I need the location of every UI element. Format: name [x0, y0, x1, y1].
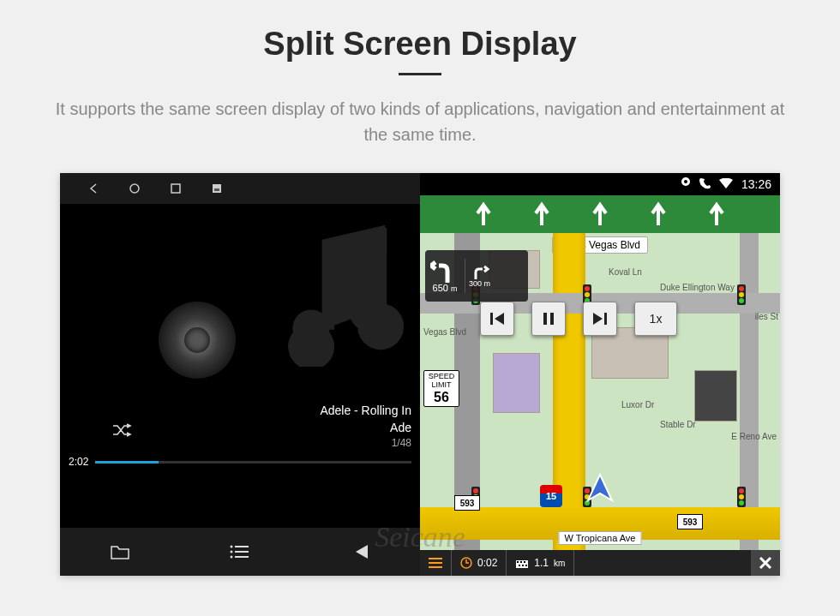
svg-rect-29: [525, 565, 527, 566]
clock-time: 13:26: [741, 177, 771, 191]
svg-rect-17: [550, 313, 554, 325]
close-button[interactable]: [751, 550, 780, 576]
street-label: Koval Ln: [609, 267, 642, 277]
turn-instruction: 650 m 300 m: [425, 250, 528, 302]
track-title: Adele - Rolling In: [320, 403, 411, 420]
screenshot-icon[interactable]: [209, 181, 225, 196]
sim-prev-button[interactable]: [480, 302, 514, 336]
svg-point-12: [231, 551, 233, 553]
wifi-icon: [719, 177, 733, 191]
previous-track-icon[interactable]: [348, 540, 372, 564]
track-artist: Ade: [320, 420, 411, 437]
turn-main-distance: 650: [433, 283, 448, 293]
album-disc: [159, 302, 236, 379]
lane-arrow-icon: [476, 200, 491, 229]
street-label: Vegas Blvd: [423, 327, 466, 337]
lane-arrow-icon: [592, 200, 608, 229]
svg-rect-24: [517, 561, 519, 563]
eta-dist-unit: km: [554, 559, 565, 568]
bottom-road-label: W Tropicana Ave: [559, 531, 642, 545]
svg-rect-16: [543, 313, 547, 325]
sim-playback-controls: 1x: [480, 302, 763, 336]
phone-icon: [699, 177, 711, 192]
speed-limit-sign: SPEED LIMIT 56: [423, 370, 459, 407]
android-nav-bar: [60, 173, 420, 204]
music-toolbar: [60, 528, 420, 576]
svg-rect-26: [524, 561, 525, 563]
svg-rect-25: [520, 561, 522, 563]
status-bar: 13:26: [420, 173, 780, 195]
street-label: Duke Ellington Way: [660, 283, 735, 292]
eta-time-value: 0:02: [477, 557, 497, 569]
sim-pause-button[interactable]: [531, 302, 566, 336]
playlist-icon[interactable]: [228, 540, 252, 564]
route-shield: 593: [454, 495, 480, 511]
page-title: Split Screen Display: [0, 26, 840, 63]
svg-rect-1: [171, 184, 180, 193]
turn-next-distance: 300: [469, 279, 482, 288]
home-icon[interactable]: [127, 181, 142, 196]
nav-bottom-bar: 0:02 1.1 km: [420, 550, 780, 576]
title-divider: [399, 73, 441, 75]
lane-arrow-icon: [534, 200, 549, 229]
track-info: Adele - Rolling In Ade 1/48: [320, 403, 411, 451]
folder-icon[interactable]: [108, 540, 132, 564]
album-art-area: Adele - Rolling In Ade 1/48 2:02: [60, 204, 420, 528]
route-shield: 593: [677, 514, 703, 529]
back-icon[interactable]: [86, 181, 101, 196]
svg-point-4: [292, 309, 329, 346]
turn-next-unit: m: [484, 279, 491, 288]
eta-time[interactable]: 0:02: [452, 550, 507, 576]
street-label: Stable Dr: [660, 420, 696, 429]
sim-speed-button[interactable]: 1x: [634, 302, 677, 336]
interstate-shield: 15: [540, 485, 562, 507]
svg-point-14: [684, 180, 687, 183]
street-label: Luxor Dr: [621, 400, 654, 410]
turn-main-unit: m: [451, 284, 458, 293]
location-icon: [681, 177, 690, 192]
svg-point-11: [231, 546, 233, 548]
sim-next-button[interactable]: [583, 302, 617, 336]
eta-dist-value: 1.1: [534, 557, 549, 569]
eta-distance[interactable]: 1.1 km: [507, 550, 574, 576]
track-count: 1/48: [320, 436, 411, 451]
svg-rect-15: [490, 313, 493, 325]
page-subtitle: It supports the same screen display of t…: [47, 96, 793, 147]
menu-button[interactable]: [420, 550, 452, 576]
elapsed-time: 2:02: [69, 456, 88, 468]
music-note-icon: [257, 212, 411, 367]
navigation-pane: 13:26 S Las Vegas Blvd Vegas Blvd Koval …: [420, 173, 780, 576]
svg-rect-28: [522, 565, 524, 566]
music-pane: Adele - Rolling In Ade 1/48 2:02: [60, 173, 420, 576]
vehicle-cursor-icon: [583, 471, 617, 509]
recent-apps-icon[interactable]: [168, 181, 183, 196]
shuffle-icon[interactable]: [111, 422, 134, 442]
street-label: E Reno Ave: [731, 432, 777, 441]
svg-rect-18: [604, 313, 607, 325]
svg-point-13: [231, 556, 233, 559]
lane-arrow-icon: [709, 200, 724, 229]
svg-point-0: [130, 184, 139, 193]
speed-limit-value: 56: [424, 390, 459, 405]
svg-rect-3: [214, 188, 219, 191]
svg-rect-27: [519, 565, 520, 566]
speed-limit-label: SPEED LIMIT: [424, 373, 459, 390]
lane-arrow-icon: [651, 200, 666, 229]
progress-bar[interactable]: 2:02: [69, 456, 411, 468]
split-screen-device: Adele - Rolling In Ade 1/48 2:02: [60, 173, 780, 576]
lane-guidance: [420, 195, 780, 233]
